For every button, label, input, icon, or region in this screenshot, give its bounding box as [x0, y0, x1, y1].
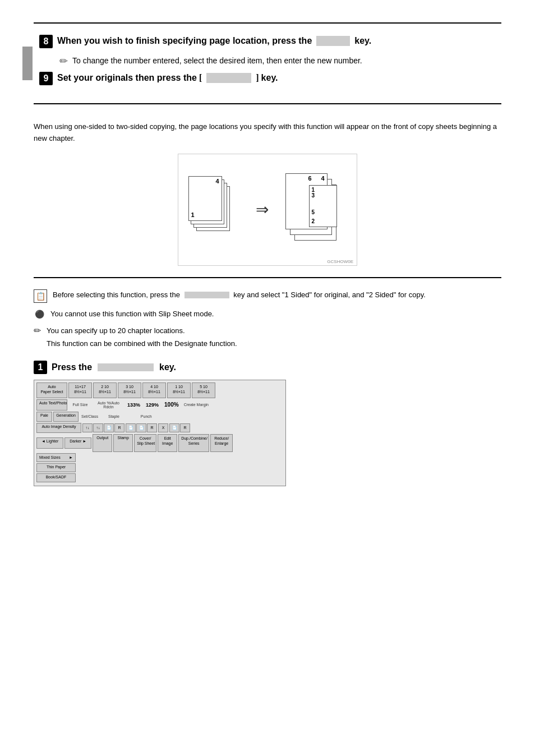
note-1-text: Before selecting this function, press th…	[53, 289, 426, 301]
step-1-number: 1	[34, 361, 47, 374]
note-1-block: 📋 Before selecting this function, press …	[34, 289, 501, 303]
result-num-5: 5	[312, 209, 315, 215]
step-9-bracket-open: [	[199, 72, 202, 84]
step-8-item: 8 When you wish to finish specifying pag…	[39, 35, 496, 48]
panel-row-3: Pale Generation Set/Class Staple Punch	[36, 412, 283, 422]
panel-btn-size-1[interactable]: 11×178½×11	[68, 382, 92, 398]
caution-icon: ⚫	[34, 308, 45, 320]
panel-icon-5[interactable]: 📄	[126, 423, 136, 432]
panel-btn-size-2[interactable]: 2 108½×11	[93, 382, 117, 398]
panel-icon-8[interactable]: X	[158, 423, 168, 432]
step-1-section: 1 Press the key.	[34, 361, 501, 374]
page-front: 4 1	[188, 176, 222, 221]
panel-btn-size-5[interactable]: 1 108½×11	[167, 382, 191, 398]
step-9-number: 9	[39, 72, 53, 85]
panel-icon-10[interactable]: R	[180, 423, 190, 432]
step-1-key	[98, 363, 154, 371]
pencil-note-line1: You can specify up to 20 chapter locatio…	[47, 325, 237, 336]
diagram-inner: 4 1 ⇒ 4 6 1	[188, 173, 347, 246]
panel-icon-group-4: 📄 R	[169, 423, 190, 432]
step-9-text-after: key.	[261, 72, 278, 84]
step-9-text-before: Set your originals then press the	[57, 72, 197, 84]
panel-icon-group-1: ↑↓ ↑↓ 📄 R	[82, 423, 124, 432]
page-num-1-left: 1	[191, 211, 195, 218]
step-8-number: 8	[39, 35, 53, 48]
panel-btn-auto-image[interactable]: Auto Image Density	[36, 423, 81, 433]
panel-row-1: AutoPaper Select 11×178½×11 2 108½×11 3 …	[36, 382, 283, 398]
step-9-bracket-close: ]	[256, 72, 259, 84]
arrow-icon: ⇒	[256, 200, 269, 219]
diagram: 4 1 ⇒ 4 6 1	[178, 154, 357, 266]
mixed-sizes-arrow: ►	[69, 455, 73, 459]
panel-label-staple: Staple	[107, 414, 121, 419]
pencil-icon: ✏	[34, 325, 41, 336]
body-text: When using one-sided to two-sided copyin…	[34, 121, 501, 145]
panel-btn-text-photo[interactable]: Auto Text/Photo	[36, 399, 67, 411]
panel-icon-7[interactable]: R	[147, 423, 157, 432]
step-1-text-before: Press the	[52, 362, 92, 372]
panel-btn-size-6[interactable]: 5 108½×11	[192, 382, 215, 398]
panel-btn-lighter[interactable]: ◄ Lighter	[36, 437, 63, 449]
step-1-text-after: key.	[159, 362, 176, 372]
panel-icon-4[interactable]: R	[114, 423, 124, 432]
note-1-text-before: Before selecting this function, press th…	[53, 291, 180, 299]
control-panel: AutoPaper Select 11×178½×11 2 108½×11 3 …	[34, 380, 286, 486]
step-9-key-placeholder	[206, 73, 251, 83]
panel-row-6: Mixed Sizes ►	[36, 453, 283, 462]
page-container: 8 When you wish to finish specifying pag…	[0, 22, 535, 756]
panel-btn-book-sadf[interactable]: Book/SADF	[36, 473, 76, 482]
panel-btn-reduce-enlarge[interactable]: Reduce/Enlarge	[210, 434, 233, 452]
panel-icon-9[interactable]: 📄	[169, 423, 179, 432]
step-8-note: ✏ To change the number entered, select t…	[57, 55, 496, 67]
middle-section: When using one-sided to two-sided copyin…	[34, 116, 501, 278]
panel-btn-generation[interactable]: Generation	[53, 412, 79, 422]
note-1-key	[185, 292, 229, 298]
panel-btn-edit-image[interactable]: EditImage	[158, 434, 177, 452]
step-1-text: Press the key.	[52, 362, 176, 372]
panel-btn-dup-combine[interactable]: Dup./Combine/Series	[178, 434, 209, 452]
panel-btn-darker[interactable]: Darker ►	[64, 437, 91, 449]
panel-label-setclass: Set/Class	[80, 414, 100, 419]
panel-btn-mixed-sizes[interactable]: Mixed Sizes ►	[36, 453, 76, 462]
panel-pct-100: 100%	[162, 400, 181, 409]
step-8-text: When you wish to finish specifying page …	[57, 35, 371, 47]
panel-label-autopct: Auto %/Auto Rdctn	[93, 400, 124, 409]
panel-label-punch: Punch	[139, 414, 154, 419]
step-1-header: 1 Press the key.	[34, 361, 501, 374]
panel-btn-thin-paper[interactable]: Thin Paper	[36, 463, 76, 472]
panel-icon-1[interactable]: ↑↓	[82, 423, 93, 432]
result-front: 4 6 1 3 5 2	[285, 173, 328, 229]
mixed-sizes-label: Mixed Sizes	[39, 455, 61, 459]
result-num-6: 6	[308, 175, 312, 182]
panel-btn-output[interactable]: Output	[93, 434, 112, 452]
step-8-key-placeholder	[316, 36, 350, 46]
result-num-2: 2	[312, 218, 315, 224]
panel-btn-pale[interactable]: Pale	[36, 412, 52, 422]
panel-label-create-margin: Create Margin	[182, 402, 210, 407]
left-tab	[22, 47, 33, 80]
panel-icon-6[interactable]: 📄	[136, 423, 146, 432]
caution-text: You cannot use this function with Slip S…	[50, 308, 214, 320]
step-8-note-text: To change the number entered, select the…	[72, 55, 362, 67]
panel-btn-cover-slip[interactable]: Cover/Slip Sheet	[134, 434, 156, 452]
panel-btn-size-3[interactable]: 3 108½×11	[118, 382, 141, 398]
diagram-caption: GCSHOW0E	[327, 259, 353, 264]
panel-btn-size-4[interactable]: 4 108½×11	[142, 382, 166, 398]
panel-btn-auto-paper[interactable]: AutoPaper Select	[36, 382, 67, 398]
panel-row-2: Auto Text/Photo Full Size Auto %/Auto Rd…	[36, 399, 283, 411]
panel-icon-3[interactable]: 📄	[104, 423, 114, 432]
top-section: 8 When you wish to finish specifying pag…	[34, 22, 501, 104]
note-1-text-after: key and select "1 Sided" for original, a…	[233, 291, 426, 299]
book-icon: 📋	[34, 289, 47, 303]
result-inner-page: 1 3 5 2	[309, 185, 337, 227]
pencil-note-block: ✏ You can specify up to 20 chapter locat…	[34, 325, 501, 349]
panel-row-5: ◄ Lighter Darker ► Output Stamp Cover/Sl…	[36, 434, 283, 452]
step-9-item: 9 Set your originals then press the [ ] …	[39, 72, 496, 85]
left-page-stack: 4 1	[188, 176, 239, 243]
step-8-text-after: key.	[354, 35, 371, 47]
pencil-note-icon: ✏	[59, 55, 68, 67]
pencil-note-texts: You can specify up to 20 chapter locatio…	[47, 325, 237, 349]
panel-icon-2[interactable]: ↑↓	[93, 423, 103, 432]
result-num-4: 4	[321, 175, 324, 182]
panel-btn-stamp[interactable]: Stamp	[113, 434, 133, 452]
